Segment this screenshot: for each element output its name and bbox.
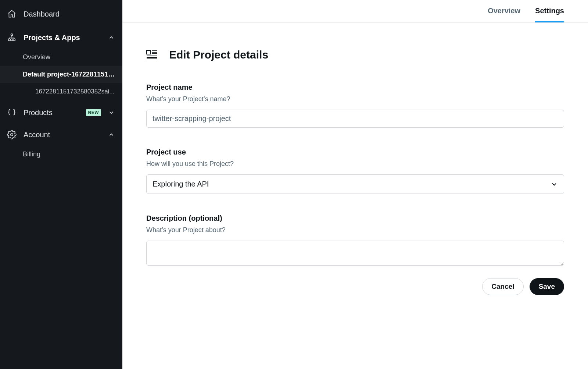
sidebar-item-active-project[interactable]: Default project-16722811517... xyxy=(0,66,122,83)
tab-settings[interactable]: Settings xyxy=(535,7,564,22)
chevron-down-icon xyxy=(551,181,558,188)
sidebar-item-dashboard[interactable]: Dashboard xyxy=(0,3,122,25)
field-label: Description (optional) xyxy=(146,214,564,223)
button-row: Cancel Save xyxy=(146,278,564,310)
sidebar-item-label: Account xyxy=(24,131,101,139)
svg-rect-5 xyxy=(147,50,150,54)
field-label: Project use xyxy=(146,148,564,156)
sidebar-item-label: Dashboard xyxy=(24,10,115,18)
tabbar: Overview Settings xyxy=(122,0,588,23)
chevron-up-icon xyxy=(108,131,115,138)
page-title: Edit Project details xyxy=(169,49,268,61)
sidebar-item-billing[interactable]: Billing xyxy=(0,146,122,163)
field-project-name: Project name What’s your Project’s name? xyxy=(146,83,564,128)
field-sublabel: What’s your Project’s name? xyxy=(146,95,564,103)
svg-point-4 xyxy=(11,134,13,136)
tab-overview[interactable]: Overview xyxy=(488,7,520,22)
page-title-row: Edit Project details xyxy=(146,49,564,61)
main: Overview Settings Edit Project details P… xyxy=(122,0,588,369)
sidebar-item-projects[interactable]: Projects & Apps xyxy=(0,26,122,49)
field-sublabel: What’s your Project about? xyxy=(146,226,564,234)
select-value: Exploring the API xyxy=(153,180,209,188)
sidebar-item-projects-overview[interactable]: Overview xyxy=(0,49,122,66)
project-use-select[interactable]: Exploring the API xyxy=(146,174,564,194)
svg-rect-2 xyxy=(11,39,12,40)
sidebar-item-app[interactable]: 1672281151732580352sai... xyxy=(0,83,122,100)
field-project-use: Project use How will you use this Projec… xyxy=(146,148,564,194)
home-icon xyxy=(7,9,17,19)
sidebar-item-label: Projects & Apps xyxy=(24,33,101,42)
sidebar-item-label: Products xyxy=(24,109,79,117)
project-name-input[interactable] xyxy=(146,110,564,128)
chevron-down-icon xyxy=(108,109,115,116)
cancel-button[interactable]: Cancel xyxy=(482,278,523,295)
svg-rect-1 xyxy=(8,39,10,40)
sidebar-item-products[interactable]: Products NEW xyxy=(0,102,122,124)
sidebar: Dashboard Projects & Apps Overview Defau… xyxy=(0,0,122,369)
svg-rect-3 xyxy=(13,39,15,40)
field-sublabel: How will you use this Project? xyxy=(146,160,564,168)
description-textarea[interactable] xyxy=(146,241,564,266)
hierarchy-icon xyxy=(7,32,17,43)
field-label: Project name xyxy=(146,83,564,92)
sidebar-item-account[interactable]: Account xyxy=(0,124,122,146)
content: Edit Project details Project name What’s… xyxy=(122,23,588,369)
badge-new: NEW xyxy=(86,109,101,116)
field-description: Description (optional) What’s your Proje… xyxy=(146,214,564,267)
gear-icon xyxy=(7,129,17,140)
svg-point-0 xyxy=(11,34,13,36)
chevron-up-icon xyxy=(108,34,115,41)
project-details-icon xyxy=(146,50,157,60)
braces-icon xyxy=(7,107,17,118)
save-button[interactable]: Save xyxy=(530,278,564,295)
